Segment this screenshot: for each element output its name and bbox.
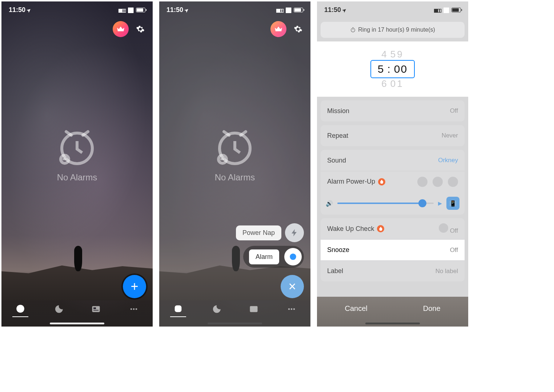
power-nap-label: Power Nap <box>236 225 281 240</box>
signal-icon <box>118 6 125 14</box>
signal-icon <box>276 6 283 14</box>
sound-label: Sound <box>327 157 346 164</box>
gear-icon <box>136 25 145 33</box>
ring-in-banner: Ring in 17 hour(s) 9 minute(s) <box>321 22 465 38</box>
wallpaper-ground <box>159 261 310 300</box>
speaker-icon: 🔊 <box>326 200 333 207</box>
svg-rect-4 <box>93 307 96 309</box>
status-time: 11:50 <box>324 6 346 14</box>
home-indicator[interactable] <box>365 323 420 324</box>
powerup-icon-1 <box>417 177 427 187</box>
no-alarms-label: No Alarms <box>213 172 257 183</box>
svg-point-8 <box>136 308 137 310</box>
status-time: 11:50 <box>9 6 31 14</box>
option-power-nap[interactable]: Power Nap <box>236 223 304 242</box>
svg-point-9 <box>220 133 250 164</box>
battery-icon <box>294 8 303 12</box>
gear-icon <box>294 25 302 33</box>
tab-alarm[interactable] <box>12 301 28 317</box>
empty-state: No Alarms <box>213 125 257 183</box>
repeat-value: Never <box>442 132 458 139</box>
alarm-option-icon <box>284 248 302 265</box>
alarm-clock-icon <box>213 125 257 169</box>
row-label[interactable]: Label No label <box>321 260 465 281</box>
tab-alarm[interactable] <box>170 301 186 317</box>
add-alarm-fab[interactable]: + <box>123 275 146 298</box>
status-bar: 11:50 <box>317 1 468 18</box>
vibrate-toggle[interactable]: 📳 <box>446 197 459 210</box>
row-volume[interactable]: 🔊 ▶ 📳 <box>321 192 465 215</box>
svg-point-16 <box>293 308 295 310</box>
wallpaper-figure <box>74 246 82 271</box>
flame-icon <box>378 178 385 185</box>
premium-button[interactable] <box>113 21 129 37</box>
svg-rect-13 <box>250 306 258 312</box>
location-icon <box>183 6 189 13</box>
ring-in-text: Ring in 17 hour(s) 9 minute(s) <box>358 27 435 33</box>
svg-point-17 <box>351 28 355 32</box>
empty-state: No Alarms <box>55 125 99 183</box>
signal-icon <box>434 6 441 14</box>
close-fab[interactable]: × <box>281 275 304 298</box>
location-icon <box>25 6 31 13</box>
tab-sleep[interactable] <box>50 301 66 317</box>
wifi-icon <box>443 6 449 14</box>
crown-icon <box>274 25 283 33</box>
powerup-label: Alarm Power-Up <box>327 178 375 185</box>
row-sound[interactable]: Sound Orkney <box>321 150 465 171</box>
wakeup-check-icon <box>439 223 448 233</box>
premium-button[interactable] <box>270 21 286 37</box>
svg-rect-12 <box>175 305 182 312</box>
footer-bar: Cancel Done <box>317 297 468 327</box>
status-time: 11:50 <box>166 6 189 14</box>
option-alarm[interactable]: Alarm <box>243 246 304 268</box>
powerup-icons <box>417 177 458 187</box>
screen-alarm-settings: 11:50 Ring in 17 hour(s) 9 minute(s) 459… <box>317 1 468 327</box>
svg-point-15 <box>291 308 293 310</box>
row-powerup[interactable]: Alarm Power-Up <box>321 171 465 192</box>
home-indicator[interactable] <box>50 323 104 324</box>
status-bar: 11:50 <box>1 1 153 18</box>
stopwatch-icon <box>350 27 356 33</box>
done-button[interactable]: Done <box>423 304 441 313</box>
row-snooze[interactable]: Snooze Off <box>321 239 465 260</box>
svg-rect-11 <box>290 254 296 259</box>
volume-slider[interactable] <box>337 203 434 204</box>
row-repeat[interactable]: Repeat Never <box>321 125 465 146</box>
svg-rect-5 <box>93 310 99 311</box>
tab-news[interactable] <box>246 301 262 317</box>
mission-label: Mission <box>327 107 349 115</box>
row-wakeup-check[interactable]: Wake Up Check Off <box>321 218 465 239</box>
time-picker[interactable]: 459 5:00 601 <box>317 41 468 97</box>
settings-button[interactable] <box>133 22 148 36</box>
settings-button[interactable] <box>291 22 305 36</box>
alarm-option-label: Alarm <box>249 249 279 264</box>
cancel-button[interactable]: Cancel <box>345 304 367 313</box>
repeat-label: Repeat <box>327 132 348 140</box>
time-picker-next: 601 <box>381 78 404 89</box>
row-mission[interactable]: Mission Off <box>321 100 465 121</box>
status-bar: 11:50 <box>159 1 310 18</box>
crown-icon <box>116 25 125 33</box>
wifi-icon <box>285 6 292 14</box>
sound-value: Orkney <box>438 157 458 164</box>
svg-point-6 <box>131 308 132 310</box>
screen-add-menu: 11:50 No Alarms Power Nap Alarm × <box>159 1 310 327</box>
tab-news[interactable] <box>88 301 104 317</box>
tab-more[interactable] <box>126 301 142 317</box>
tab-bar <box>159 298 310 327</box>
tab-sleep[interactable] <box>208 301 224 317</box>
snooze-value: Off <box>450 247 458 254</box>
play-icon[interactable]: ▶ <box>438 200 442 206</box>
powerup-icon-2 <box>433 177 443 187</box>
alarm-clock-icon <box>55 125 99 169</box>
tab-more[interactable] <box>284 301 300 317</box>
location-icon <box>341 6 346 13</box>
home-indicator[interactable] <box>208 323 262 324</box>
mission-value: Off <box>450 107 458 115</box>
time-picker-selected[interactable]: 5:00 <box>370 60 415 78</box>
svg-rect-2 <box>17 305 24 312</box>
flame-icon <box>377 225 384 232</box>
wakeup-label: Wake Up Check <box>327 225 374 233</box>
time-picker-prev: 459 <box>381 49 404 60</box>
